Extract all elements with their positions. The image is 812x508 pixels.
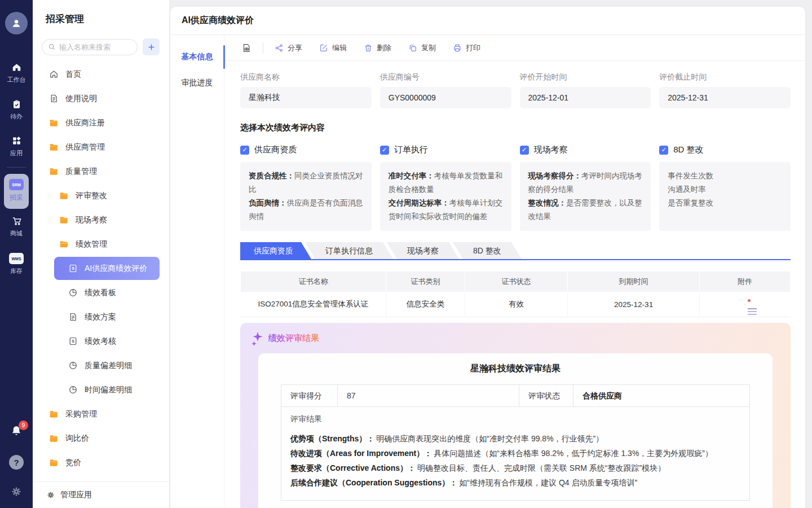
field-label: 评价截止时间 (659, 72, 791, 82)
status-value: 合格供应商 (573, 385, 749, 406)
rail-item-apps[interactable]: 应用 (0, 135, 33, 157)
review-card: 星瀚科技绩效评审结果 评审得分 87 评审状态 合格供应商 评审结果 (258, 353, 773, 508)
tab-site-visit[interactable]: 现场考察 (387, 242, 459, 259)
search-box[interactable] (42, 39, 138, 55)
sidebar-item-performance-assess[interactable]: S 绩效考核 (33, 329, 169, 353)
folder-icon (59, 191, 69, 201)
tab-basic-info[interactable]: 基本信息 (170, 44, 224, 70)
document-eye-icon (241, 43, 251, 53)
rail-item-mall[interactable]: 商城 (0, 216, 33, 238)
criteria-card: 现场考察得分：考评时间内现场考察的得分结果 整改情况：是否需要整改，以及整改结果 (520, 162, 651, 231)
rail-item-workbench[interactable]: 工作台 (0, 62, 33, 84)
share-button[interactable]: 分享 (275, 43, 302, 53)
checkbox-checked[interactable]: ✓ (659, 146, 668, 155)
tab-supplier-qualification[interactable]: 供应商资质 (240, 242, 311, 259)
sidebar-item-performance-manage[interactable]: 绩效管理 (33, 232, 169, 256)
trash-icon (364, 43, 373, 52)
criteria-8d-rectification: ✓ 8D 整改 事件发生次数 沟通及时率 是否重复整改 (659, 133, 791, 231)
sidebar-item-procurement-manage[interactable]: 采购管理 (33, 402, 169, 426)
sidebar-item-bidding[interactable]: 竞价 (33, 450, 169, 475)
sidebar-item-label: 竞价 (65, 458, 81, 468)
cell-cert-category: 信息安全类 (386, 292, 465, 317)
svg-text:S: S (72, 339, 74, 344)
sidebar-title: 招采管理 (33, 0, 169, 25)
search-input[interactable] (59, 43, 127, 51)
eval-end-date-input[interactable]: 2025-12-31 (659, 87, 791, 108)
srm-badge-icon: SRM (9, 179, 24, 190)
certificate-table: 证书名称 证书类别 证书状态 到期时间 附件 ISO27001信息安全管理体系认… (240, 271, 791, 317)
checkbox-checked[interactable]: ✓ (380, 146, 389, 155)
wms-badge-icon: WMS (9, 253, 24, 264)
sidebar-item-home[interactable]: 首页 (33, 62, 169, 86)
copy-icon (408, 43, 417, 52)
user-avatar[interactable] (5, 12, 28, 34)
folder-open-icon (59, 239, 69, 249)
review-section-title: 绩效评审结果 (268, 333, 319, 344)
toolbar-divider (263, 42, 263, 54)
button-label: 编辑 (332, 43, 347, 53)
copy-button[interactable]: 复制 (408, 43, 436, 53)
tab-underline (240, 259, 791, 260)
document-icon (48, 94, 59, 104)
sidebar-item-supplier-register[interactable]: 供应商注册 (33, 111, 169, 135)
folder-icon (59, 215, 69, 225)
criteria-card: 准时交付率：考核每单发货数量和质检合格数量 交付周期达标率：考核每单计划交货时间… (380, 162, 511, 231)
checkbox-checked[interactable]: ✓ (520, 146, 529, 155)
sidebar-item-label: 供应商管理 (65, 142, 105, 152)
gear-icon (46, 491, 55, 500)
sidebar-item-performance-board[interactable]: 绩效看板 (33, 281, 169, 305)
sidebar-item-time-deviation[interactable]: 时间偏差明细 (33, 378, 169, 402)
sidebar-item-guide[interactable]: 使用说明 (33, 86, 169, 111)
sidebar-item-label: 质量管理 (65, 167, 97, 177)
rail-item-todo[interactable]: 待办 (0, 99, 33, 121)
sidebar-item-label: AI供应商绩效评价 (85, 264, 147, 274)
button-label: 删除 (377, 43, 391, 53)
settings-button[interactable] (0, 485, 33, 498)
rail-item-srm-active[interactable]: SRM 招采 (4, 174, 29, 209)
sidebar-item-quality-manage[interactable]: 质量管理 (33, 159, 169, 183)
sidebar-item-review-rectify[interactable]: 评审整改 (33, 183, 169, 208)
eval-start-date-input[interactable]: 2025-12-01 (520, 87, 651, 108)
sidebar-item-label: 绩效方案 (85, 312, 116, 322)
sidebar-item-performance-plan[interactable]: 绩效方案 (33, 305, 169, 329)
checkbox-checked[interactable]: ✓ (240, 146, 249, 155)
performance-review-section: 绩效评审结果 星瀚科技绩效评审结果 评审得分 87 评审状态 合格供应商 (240, 323, 791, 508)
folder-icon (48, 458, 59, 468)
folder-icon (48, 142, 59, 152)
supplier-code-input[interactable]: GYS0000009 (380, 87, 511, 108)
criteria-supplier-qualification: ✓ 供应商资质 资质合规性：同类企业资质情况对比 负面舆情：供应商是否有负面消息… (240, 133, 372, 231)
document-icon (68, 312, 78, 322)
field-supplier-code: 供应商编号 GYS0000009 (380, 72, 511, 108)
sidebar-item-ai-supplier-performance[interactable]: S AI供应商绩效评价 (54, 257, 160, 280)
result-label: 评审结果 (290, 414, 740, 424)
print-button[interactable]: 打印 (453, 43, 480, 53)
preview-button[interactable] (241, 43, 251, 53)
result-line-improvement: 待改进项（Areas for Improvement）：具体问题描述（如“来料合… (290, 446, 740, 461)
sidebar-item-supplier-manage[interactable]: 供应商管理 (33, 135, 169, 159)
sidebar-item-site-visit[interactable]: 现场考察 (33, 208, 169, 232)
checkbox-label: 供应商资质 (254, 144, 297, 155)
col-expiry-date: 到期时间 (568, 271, 700, 292)
help-button[interactable]: ? (0, 455, 33, 470)
status-label: 评审状态 (519, 385, 573, 406)
doc-s-icon: S (68, 336, 78, 347)
app-rail: 工作台 待办 应用 SRM 招采 商城 WMS 库存 9 ? (0, 0, 33, 508)
edit-button[interactable]: 编辑 (319, 43, 347, 53)
notification-bell[interactable]: 9 (0, 424, 33, 437)
sidebar-item-label: 质量偏差明细 (85, 361, 132, 371)
rail-item-label: 应用 (10, 149, 23, 157)
tab-8d-rectification[interactable]: 8D 整改 (453, 242, 522, 259)
main-panel: AI供应商绩效评价 基本信息 审批进度 分享 (170, 7, 805, 508)
manage-apps-button[interactable]: 管理应用 (33, 481, 169, 508)
tab-approval-progress[interactable]: 审批进度 (170, 70, 224, 96)
tab-order-execution-info[interactable]: 订单执行信息 (305, 242, 393, 259)
add-button[interactable] (143, 38, 160, 55)
rail-item-wms[interactable]: WMS 库存 (0, 253, 33, 275)
sidebar-item-label: 现场考察 (76, 215, 107, 225)
supplier-name-input[interactable]: 星瀚科技 (240, 87, 372, 108)
sidebar-item-quality-deviation[interactable]: 质量偏差明细 (33, 353, 169, 378)
delete-button[interactable]: 删除 (364, 43, 391, 53)
svg-text:S: S (72, 266, 74, 271)
checkbox-label: 现场考察 (534, 144, 568, 155)
sidebar-item-rfq[interactable]: 询比价 (33, 426, 169, 450)
